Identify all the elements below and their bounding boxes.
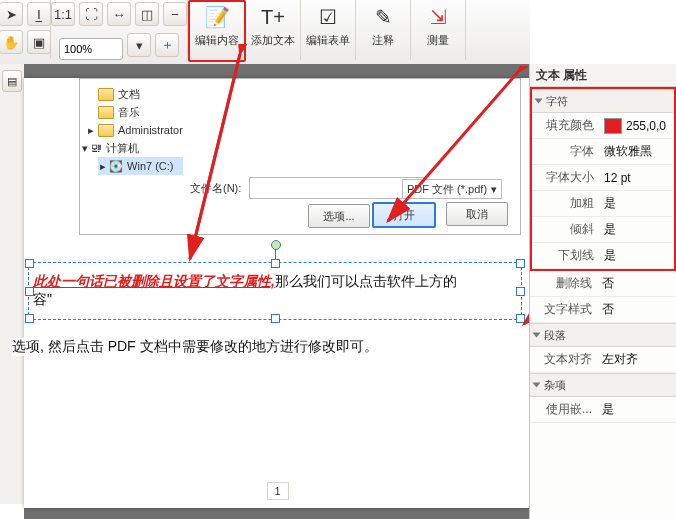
edit-form-button[interactable]: ☑ 编辑表单 (301, 0, 356, 60)
folder-icon (98, 106, 114, 119)
folder-icon (98, 124, 114, 137)
section-misc[interactable]: 杂项 (530, 373, 676, 397)
italic-value[interactable]: 是 (600, 221, 674, 238)
align-label: 文本对齐 (530, 351, 598, 368)
font-size-value[interactable]: 12 pt (600, 171, 674, 185)
zoom-dropdown-icon[interactable]: ▾ (127, 33, 151, 57)
italic-label: 倾斜 (532, 221, 600, 238)
pointer-tool-icon[interactable]: ➤ (0, 2, 23, 26)
resize-handle[interactable] (271, 259, 280, 268)
edit-content-icon: 📝 (201, 2, 233, 32)
page-text-line2: 选项, 然后点击 PDF 文档中需要修改的地方进行修改即可。 (12, 338, 378, 356)
highlight-box: 字符 填充颜色255,0,0 字体微软雅黑 字体大小12 pt 加粗是 倾斜是 … (530, 87, 676, 271)
svg-line-1 (190, 54, 240, 259)
properties-panel: 文本 属性 字符 填充颜色255,0,0 字体微软雅黑 字体大小12 pt 加粗… (529, 64, 676, 519)
page-number: 1 (267, 482, 289, 500)
edit-form-label: 编辑表单 (306, 33, 350, 48)
fit-visible-icon[interactable]: ◫ (135, 2, 159, 26)
fill-color-swatch[interactable] (604, 118, 622, 134)
measure-label: 测量 (427, 33, 449, 48)
fill-color-label: 填充颜色 (532, 117, 600, 134)
edited-trail-text[interactable]: 容" (33, 291, 52, 307)
edited-plain-text[interactable]: 那么我们可以点击软件上方的 (275, 273, 457, 289)
left-strip: ▤ (0, 64, 25, 504)
section-character[interactable]: 字符 (532, 89, 674, 113)
annotate-icon: ✎ (367, 2, 399, 32)
zoom-out-icon[interactable]: − (163, 2, 187, 26)
resize-handle[interactable] (271, 314, 280, 323)
section-paragraph[interactable]: 段落 (530, 323, 676, 347)
annotate-label: 注释 (372, 33, 394, 48)
toolbar: ➤ I̲ ✋ ▣ 1:1 ⛶ ↔ ◫ − ▾ ＋ 📝 编辑内容 T+ 添加文本 … (0, 0, 530, 65)
folder-icon (98, 88, 114, 101)
svg-line-2 (388, 72, 518, 221)
font-label: 字体 (532, 143, 600, 160)
hand-tool-icon[interactable]: ✋ (0, 30, 23, 54)
bold-value[interactable]: 是 (600, 195, 674, 212)
resize-handle[interactable] (25, 287, 34, 296)
left-panel-tab[interactable]: ▤ (2, 70, 22, 92)
strike-label: 删除线 (530, 275, 598, 292)
zoom-input[interactable] (59, 38, 123, 60)
annotation-arrow-1 (160, 44, 260, 284)
snapshot-icon[interactable]: ▣ (27, 30, 51, 54)
fill-color-value[interactable]: 255,0,0 (626, 119, 666, 133)
resize-handle[interactable] (25, 259, 34, 268)
properties-title: 文本 属性 (530, 64, 676, 87)
embed-value[interactable]: 是 (598, 401, 676, 418)
underline-label: 下划线 (532, 247, 600, 264)
font-value[interactable]: 微软雅黑 (600, 143, 674, 160)
font-size-label: 字体大小 (532, 169, 600, 186)
text-edit-region[interactable]: 此处一句话已被删除且设置了文字属性,那么我们可以点击软件上方的 容" (28, 262, 522, 320)
align-value[interactable]: 左对齐 (598, 351, 676, 368)
resize-handle[interactable] (516, 259, 525, 268)
add-text-icon: T+ (257, 2, 289, 32)
selection-tools-group: ➤ I̲ ✋ ▣ (0, 0, 51, 58)
resize-handle[interactable] (25, 314, 34, 323)
annotate-button[interactable]: ✎ 注释 (356, 0, 411, 60)
actual-size-icon[interactable]: 1:1 (51, 2, 75, 26)
fit-page-icon[interactable]: ⛶ (79, 2, 103, 26)
measure-button[interactable]: ⇲ 测量 (411, 0, 466, 60)
text-select-icon[interactable]: I̲ (27, 2, 51, 26)
measure-icon: ⇲ (422, 2, 454, 32)
bold-label: 加粗 (532, 195, 600, 212)
edit-form-icon: ☑ (312, 2, 344, 32)
strike-value[interactable]: 否 (598, 275, 676, 292)
annotation-arrow-2 (328, 66, 528, 236)
charstyle-label: 文字样式 (530, 301, 598, 318)
charstyle-value[interactable]: 否 (598, 301, 676, 318)
fit-width-icon[interactable]: ↔ (107, 2, 131, 26)
rotate-handle[interactable] (271, 240, 281, 250)
underline-value[interactable]: 是 (600, 247, 674, 264)
embed-label: 使用嵌... (530, 401, 598, 418)
